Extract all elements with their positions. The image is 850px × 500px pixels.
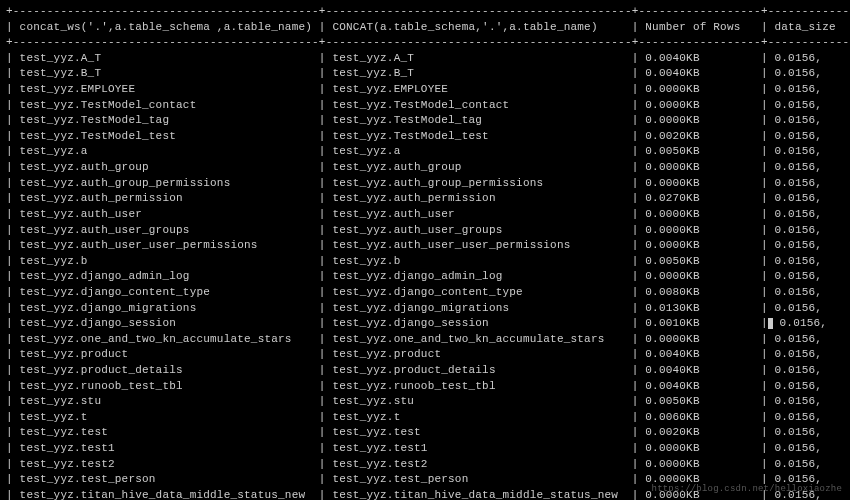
text-cursor xyxy=(768,318,773,329)
table-row: | test_yyz.auth_permission | test_yyz.au… xyxy=(6,191,844,207)
table-row: | test_yyz.t | test_yyz.t | 0.0060KB | 0… xyxy=(6,410,844,426)
watermark: https://blog.csdn.net/helloxiaozhe xyxy=(652,483,842,496)
table-row: | test_yyz.django_content_type | test_yy… xyxy=(6,285,844,301)
table-row: | test_yyz.stu | test_yyz.stu | 0.0050KB… xyxy=(6,394,844,410)
table-row: | test_yyz.TestModel_contact | test_yyz.… xyxy=(6,98,844,114)
table-row: | test_yyz.A_T | test_yyz.A_T | 0.0040KB… xyxy=(6,51,844,67)
table-row: | test_yyz.TestModel_test | test_yyz.Tes… xyxy=(6,129,844,145)
table-row: | test_yyz.test | test_yyz.test | 0.0020… xyxy=(6,425,844,441)
table-row: | test_yyz.TestModel_tag | test_yyz.Test… xyxy=(6,113,844,129)
table-row: | test_yyz.b | test_yyz.b | 0.0050KB | 0… xyxy=(6,254,844,270)
table-row: | test_yyz.django_admin_log | test_yyz.d… xyxy=(6,269,844,285)
table-row: | test_yyz.a | test_yyz.a | 0.0050KB | 0… xyxy=(6,144,844,160)
header-row: | concat_ws('.',a.table_schema ,a.table_… xyxy=(6,20,844,36)
separator-top: +---------------------------------------… xyxy=(6,4,844,20)
table-row: | test_yyz.product_details | test_yyz.pr… xyxy=(6,363,844,379)
table-row: | test_yyz.auth_group_permissions | test… xyxy=(6,176,844,192)
separator-middle: +---------------------------------------… xyxy=(6,35,844,51)
table-row: | test_yyz.test2 | test_yyz.test2 | 0.00… xyxy=(6,457,844,473)
table-body: | test_yyz.A_T | test_yyz.A_T | 0.0040KB… xyxy=(6,51,844,500)
table-row: | test_yyz.django_session | test_yyz.dja… xyxy=(6,316,844,332)
table-row: | test_yyz.auth_user | test_yyz.auth_use… xyxy=(6,207,844,223)
table-row: | test_yyz.auth_user_user_permissions | … xyxy=(6,238,844,254)
table-row: | test_yyz.django_migrations | test_yyz.… xyxy=(6,301,844,317)
table-row: | test_yyz.test1 | test_yyz.test1 | 0.00… xyxy=(6,441,844,457)
table-row: | test_yyz.B_T | test_yyz.B_T | 0.0040KB… xyxy=(6,66,844,82)
table-row: | test_yyz.product | test_yyz.product | … xyxy=(6,347,844,363)
table-row: | test_yyz.runoob_test_tbl | test_yyz.ru… xyxy=(6,379,844,395)
table-row: | test_yyz.auth_group | test_yyz.auth_gr… xyxy=(6,160,844,176)
table-row: | test_yyz.auth_user_groups | test_yyz.a… xyxy=(6,223,844,239)
table-row: | test_yyz.EMPLOYEE | test_yyz.EMPLOYEE … xyxy=(6,82,844,98)
table-row: | test_yyz.one_and_two_kn_accumulate_sta… xyxy=(6,332,844,348)
